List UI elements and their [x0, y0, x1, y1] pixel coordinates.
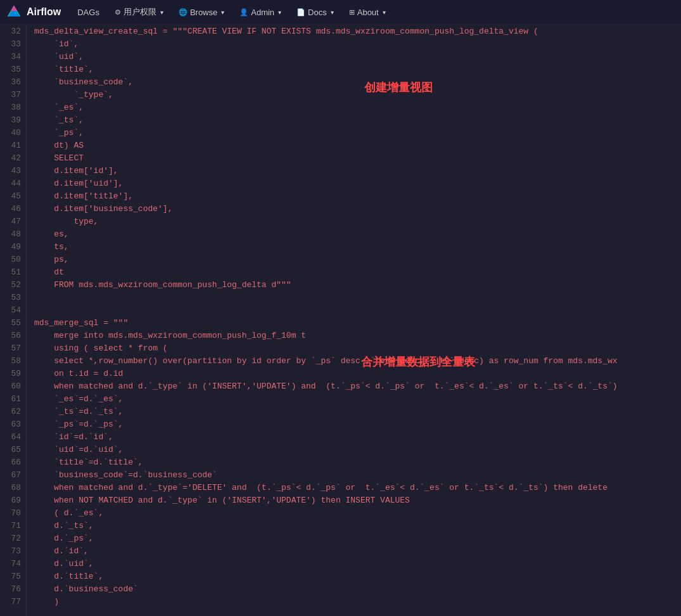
code-line-73: d.`id`,: [34, 545, 681, 558]
brand-logo[interactable]: Airflow: [5, 3, 61, 21]
nav-browse[interactable]: 🌐 Browse ▾: [172, 5, 231, 20]
code-line-57: using ( select * from (: [34, 342, 681, 355]
code-line-45: d.item['title'],: [34, 190, 681, 203]
line-number-75: 75: [5, 570, 21, 583]
line-number-67: 67: [5, 469, 21, 482]
code-line-32: mds_delta_view_create_sql = """CREATE VI…: [34, 25, 681, 38]
line-number-62: 62: [5, 406, 21, 418]
code-line-76: d.`business_code`: [34, 583, 681, 596]
code-line-56: merge into mds.mds_wxziroom_common_push_…: [34, 330, 681, 342]
code-line-52: FROM mds.mds_wxziroom_common_push_log_de…: [34, 279, 681, 292]
line-number-65: 65: [5, 444, 21, 456]
code-line-72: d.`_ps`,: [34, 532, 681, 545]
code-line-62: `_ts`=d.`_ts`,: [34, 406, 681, 418]
svg-marker-2: [11, 6, 18, 11]
code-line-63: `_ps`=d.`_ps`,: [34, 418, 681, 431]
code-line-43: d.item['id'],: [34, 165, 681, 177]
line-number-47: 47: [5, 215, 21, 228]
code-line-53: [34, 292, 681, 304]
line-number-71: 71: [5, 520, 21, 532]
line-number-59: 59: [5, 368, 21, 380]
line-number-51: 51: [5, 266, 21, 279]
code-line-69: when NOT MATCHED and d.`_type` in ('INSE…: [34, 494, 681, 507]
line-number-54: 54: [5, 304, 21, 317]
code-line-58: select *,row_number() over(partition by …: [34, 355, 681, 368]
line-number-70: 70: [5, 507, 21, 520]
line-number-40: 40: [5, 127, 21, 139]
code-line-71: d.`_ts`,: [34, 520, 681, 532]
line-number-58: 58: [5, 355, 21, 368]
line-number-41: 41: [5, 139, 21, 152]
line-number-66: 66: [5, 456, 21, 469]
code-line-36: `business_code`,: [34, 76, 681, 89]
line-number-69: 69: [5, 494, 21, 507]
line-number-53: 53: [5, 292, 21, 304]
line-number-45: 45: [5, 190, 21, 203]
line-number-50: 50: [5, 253, 21, 266]
line-number-61: 61: [5, 393, 21, 406]
line-number-48: 48: [5, 228, 21, 241]
code-line-60: when matched and d.`_type` in ('INSERT',…: [34, 380, 681, 393]
line-number-46: 46: [5, 203, 21, 215]
nav-about[interactable]: ⊞ About ▾: [343, 5, 392, 20]
code-line-46: d.item['business_code'],: [34, 203, 681, 215]
line-number-44: 44: [5, 177, 21, 190]
line-number-34: 34: [5, 51, 21, 63]
line-number-77: 77: [5, 596, 21, 608]
code-line-59: on t.id = d.id: [34, 368, 681, 380]
nav-admin[interactable]: 👤 Admin ▾: [233, 5, 288, 20]
line-number-56: 56: [5, 330, 21, 342]
code-line-74: d.`uid`,: [34, 558, 681, 570]
code-line-39: `_ts`,: [34, 114, 681, 127]
line-number-72: 72: [5, 532, 21, 545]
code-line-66: `title`=d.`title`,: [34, 456, 681, 469]
line-number-76: 76: [5, 583, 21, 596]
line-number-38: 38: [5, 101, 21, 114]
code-line-54: [34, 304, 681, 317]
code-line-55: mds_merge_sql = """: [34, 317, 681, 330]
code-line-68: when matched and d.`_type`='DELETE' and …: [34, 482, 681, 494]
code-line-64: `id`=d.`id`,: [34, 431, 681, 444]
code-container: 3233343536373839404142434445464748495051…: [0, 24, 681, 616]
line-number-55: 55: [5, 317, 21, 330]
code-line-37: `_type`,: [34, 89, 681, 101]
code-line-50: ps,: [34, 253, 681, 266]
code-line-44: d.item['uid'],: [34, 177, 681, 190]
line-number-64: 64: [5, 431, 21, 444]
line-number-39: 39: [5, 114, 21, 127]
nav-dags[interactable]: DAGs: [71, 5, 106, 20]
line-number-37: 37: [5, 89, 21, 101]
code-line-77: ): [34, 596, 681, 608]
code-line-47: type,: [34, 215, 681, 228]
code-line-40: `_ps`,: [34, 127, 681, 139]
code-line-67: `business_code`=d.`business_code`: [34, 469, 681, 482]
line-number-74: 74: [5, 558, 21, 570]
line-number-73: 73: [5, 545, 21, 558]
nav-docs[interactable]: 📄 Docs ▾: [290, 5, 340, 20]
code-line-42: SELECT: [34, 152, 681, 165]
code-line-70: ( d.`_es`,: [34, 507, 681, 520]
navbar: Airflow DAGs ⚙ 用户权限 ▾ 🌐 Browse ▾ 👤 Admin…: [0, 0, 681, 24]
line-number-52: 52: [5, 279, 21, 292]
code-content[interactable]: mds_delta_view_create_sql = """CREATE VI…: [27, 24, 681, 616]
line-number-36: 36: [5, 76, 21, 89]
code-line-34: `uid`,: [34, 51, 681, 63]
line-number-57: 57: [5, 342, 21, 355]
line-number-35: 35: [5, 63, 21, 76]
line-number-68: 68: [5, 482, 21, 494]
code-line-35: `title`,: [34, 63, 681, 76]
line-number-33: 33: [5, 38, 21, 51]
code-line-61: `_es`=d.`_es`,: [34, 393, 681, 406]
brand-text: Airflow: [27, 6, 61, 18]
line-number-49: 49: [5, 241, 21, 253]
line-number-32: 32: [5, 25, 21, 38]
line-number-42: 42: [5, 152, 21, 165]
code-line-75: d.`title`,: [34, 570, 681, 583]
code-line-41: dt) AS: [34, 139, 681, 152]
nav-permissions[interactable]: ⚙ 用户权限 ▾: [108, 4, 170, 20]
line-number-63: 63: [5, 418, 21, 431]
code-line-65: `uid`=d.`uid`,: [34, 444, 681, 456]
code-line-49: ts,: [34, 241, 681, 253]
line-numbers: 3233343536373839404142434445464748495051…: [0, 24, 27, 616]
line-number-60: 60: [5, 380, 21, 393]
